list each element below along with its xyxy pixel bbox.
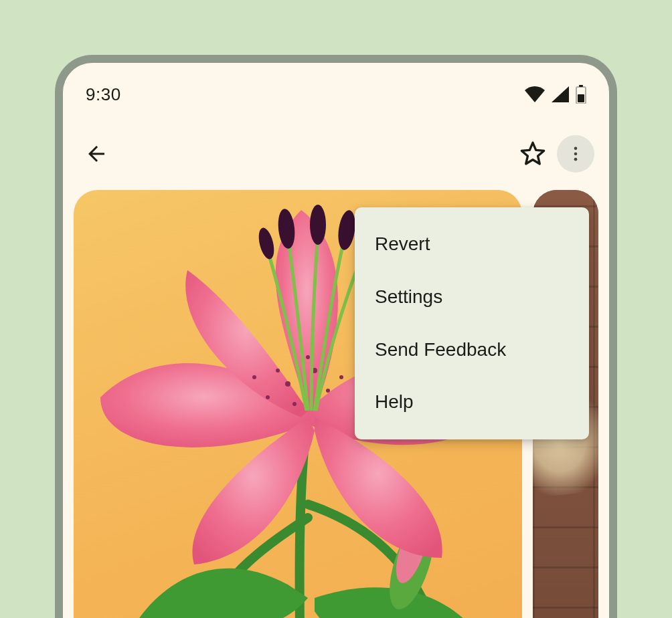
cellular-signal-icon — [552, 86, 569, 102]
star-outline-icon — [519, 140, 546, 167]
svg-point-15 — [252, 375, 256, 379]
app-bar — [63, 126, 609, 182]
svg-point-8 — [285, 381, 290, 387]
battery-icon — [576, 85, 586, 104]
overflow-menu-button[interactable] — [557, 135, 594, 173]
svg-point-11 — [326, 389, 330, 393]
overflow-menu: Revert Settings Send Feedback Help — [355, 207, 589, 439]
favorite-button[interactable] — [514, 135, 552, 173]
svg-point-13 — [266, 395, 270, 399]
menu-item-label: Settings — [375, 286, 442, 307]
device-frame: 9:30 — [55, 55, 617, 618]
svg-point-12 — [292, 402, 297, 406]
svg-point-20 — [256, 226, 276, 260]
svg-rect-2 — [578, 94, 584, 102]
svg-point-14 — [339, 375, 343, 379]
arrow-back-icon — [84, 142, 108, 166]
status-bar: 9:30 — [63, 63, 609, 126]
menu-item-label: Send Feedback — [375, 339, 506, 360]
menu-item-send-feedback[interactable]: Send Feedback — [355, 324, 589, 377]
screen: 9:30 — [63, 63, 609, 618]
menu-item-help[interactable]: Help — [355, 376, 589, 429]
svg-point-3 — [574, 147, 578, 150]
svg-point-9 — [276, 369, 280, 373]
menu-item-revert[interactable]: Revert — [355, 218, 589, 271]
svg-point-5 — [574, 158, 578, 161]
more-vert-icon — [566, 144, 585, 163]
status-icons — [525, 85, 586, 104]
status-time: 9:30 — [86, 84, 121, 105]
svg-point-16 — [306, 355, 310, 359]
wifi-icon — [525, 86, 545, 102]
back-button[interactable] — [78, 135, 115, 173]
svg-point-18 — [310, 205, 326, 245]
menu-item-settings[interactable]: Settings — [355, 271, 589, 324]
menu-item-label: Help — [375, 391, 414, 412]
svg-point-4 — [574, 152, 578, 156]
menu-item-label: Revert — [375, 233, 430, 254]
